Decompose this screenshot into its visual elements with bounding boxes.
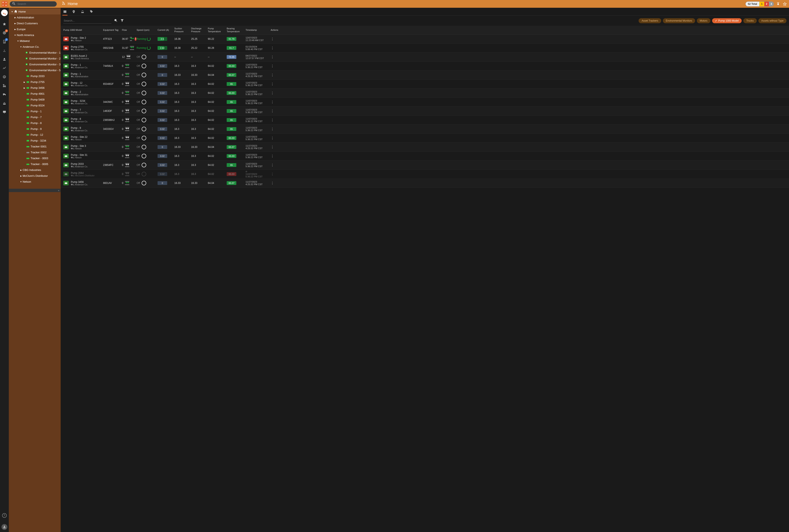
rail-document-icon[interactable]: 2 — [2, 39, 7, 44]
row-actions-menu[interactable]: ⋮ — [271, 154, 274, 158]
tree-node[interactable]: Pump 3456 — [9, 85, 60, 91]
column-header[interactable]: Flow — [122, 29, 137, 32]
tree-node[interactable]: Pump - 3234 — [9, 138, 60, 144]
table-search-input[interactable] — [63, 18, 111, 24]
tree-node[interactable]: Nelson — [9, 179, 60, 185]
table-row[interactable]: Pump 3456�⊏ Anderson Co. 8831AV 0 Off 0 … — [61, 179, 789, 188]
tree-node[interactable]: Pump - 9 — [9, 126, 60, 132]
row-actions-menu[interactable]: ⋮ — [271, 91, 274, 95]
table-row[interactable]: Pump - 12�⊏ Anderson Co. 65348GF 0 Off 0… — [61, 80, 789, 89]
column-header[interactable]: Bearing Temperature — [227, 27, 246, 33]
tree-node[interactable]: Midwest — [9, 38, 60, 44]
tree-node[interactable]: Home — [9, 8, 60, 15]
table-row[interactable]: Pump 2755�⊏ Anderson Co. 09323AB 31.97 R… — [61, 43, 789, 53]
tree-node[interactable]: Tracker 0001 — [9, 144, 60, 149]
table-row[interactable]: Pump - 9�⊏ Anderson Co. 34333GV 0 Off 0.… — [61, 125, 789, 134]
tree-node[interactable]: Europe — [9, 26, 60, 32]
filter-chip[interactable]: Asset Trackers — [639, 18, 661, 23]
rail-chart-icon[interactable] — [2, 65, 7, 71]
filter-chip[interactable]: Trucks — [743, 18, 757, 23]
column-header[interactable]: Timestamp — [246, 29, 271, 32]
tree-node[interactable]: Tracker 0002 — [9, 149, 60, 155]
global-search[interactable] — [10, 1, 57, 7]
row-actions-menu[interactable]: ⋮ — [271, 145, 274, 149]
tree-node[interactable]: Pump - 12 — [9, 132, 60, 138]
row-actions-menu[interactable]: ⋮ — [271, 136, 274, 140]
brand-logo[interactable] — [1, 10, 8, 16]
tree-node[interactable]: Pump 5409 — [9, 97, 60, 102]
column-header[interactable]: Pump 1000 Model — [63, 29, 103, 32]
table-row[interactable]: Pump - Site 3�⊏ Nelson 0 Off 0 16.33 16.… — [61, 142, 789, 152]
row-actions-menu[interactable]: ⋮ — [271, 127, 274, 131]
column-header[interactable]: Suction Pressure — [174, 27, 191, 33]
tree-node[interactable]: Environmental Monitor - 1 — [9, 50, 60, 56]
filter-chip[interactable]: Motors — [697, 18, 710, 23]
table-row[interactable]: Pump - Site 2�⊏ Nelson 4TF323 36.97! Run… — [61, 35, 789, 43]
tree-node[interactable]: Administration — [9, 15, 60, 20]
row-actions-menu[interactable]: ⋮ — [271, 73, 274, 77]
tree-node[interactable]: Pump - 1 — [9, 108, 60, 114]
tree-node[interactable]: Environmental Monitor - 3 — [9, 61, 60, 67]
rail-hierarchy-icon[interactable] — [2, 83, 7, 88]
collapse-sidebar-button[interactable]: « — [9, 189, 60, 192]
rail-router-icon[interactable] — [2, 101, 7, 106]
table-row[interactable]: Pump - 1�⊏ Administration 0 Off 0 16.33 … — [61, 71, 789, 80]
column-header[interactable]: Actions — [271, 29, 279, 32]
tree-node[interactable]: Pump - 8 — [9, 120, 60, 126]
table-row[interactable]: Pump 2064�⊏ McClure's Distributor 0 Off … — [61, 170, 789, 179]
filter-chip[interactable]: Pump 1000 Model — [712, 18, 741, 23]
row-actions-menu[interactable]: ⋮ — [271, 100, 274, 104]
table-row[interactable]: Pump - Site 31�⊏ Nelson 0 Off 0.02 16.3 … — [61, 152, 789, 160]
rail-help-icon[interactable]: ? — [2, 513, 7, 518]
search-icon[interactable] — [114, 19, 118, 23]
row-actions-menu[interactable]: ⋮ — [271, 82, 274, 86]
column-header[interactable]: Speed (rpm) — [137, 29, 157, 32]
filter-icon[interactable] — [120, 19, 124, 23]
row-actions-menu[interactable]: ⋮ — [271, 164, 274, 167]
rail-avatar[interactable] — [1, 524, 7, 530]
table-row[interactable]: Pump - Site 22�⊏ Nelson 0 Off 0.02 16.3 … — [61, 134, 789, 142]
row-actions-menu[interactable]: ⋮ — [271, 46, 274, 50]
row-actions-menu[interactable]: ⋮ — [271, 109, 274, 113]
tab-table-icon[interactable] — [62, 8, 68, 16]
row-actions-menu[interactable]: ⋮ — [271, 118, 274, 122]
tree-node[interactable]: Pump 4901 — [9, 91, 60, 97]
tree-node[interactable]: McClure's Distributor — [9, 173, 60, 179]
tab-map-icon[interactable] — [71, 8, 76, 16]
tree-node[interactable]: Environmental Monitor - 2 — [9, 56, 60, 61]
column-header[interactable]: Current (A) — [157, 29, 174, 32]
table-row[interactable]: Pump - 3234�⊏ Anderson Co. 3443WC 0 Off … — [61, 98, 789, 107]
tree-node[interactable]: Pump 8324 — [9, 102, 60, 108]
status-count-pill[interactable]: 52 Total 1 2 4 — [746, 1, 774, 6]
tree-node[interactable]: Tracker - 0003 — [9, 155, 60, 161]
tree-node[interactable]: Direct Customers — [9, 20, 60, 26]
row-actions-menu[interactable]: ⋮ — [271, 55, 274, 59]
tab-gateway-icon[interactable] — [80, 8, 85, 16]
row-actions-menu[interactable]: ⋮ — [271, 172, 274, 176]
rail-truck-icon[interactable] — [2, 92, 7, 97]
tree-node[interactable]: CBG Industries — [9, 167, 60, 173]
table-row[interactable]: Pump - 7�⊏ Anderson Co. 1463DF 0 Off 0.0… — [61, 107, 789, 116]
table-row[interactable]: Pump - 1�⊏ Anderson Co. 74456LK 0 Off 0.… — [61, 61, 789, 71]
row-actions-menu[interactable]: ⋮ — [271, 64, 274, 68]
tree-node[interactable]: Anderson Co. — [9, 44, 60, 50]
column-header[interactable]: Pump Temperature — [208, 27, 227, 33]
favorite-button[interactable] — [782, 1, 787, 6]
table-row[interactable]: Pump 2033�⊏ Anderson Co. 23654FC 0 Off 0… — [61, 160, 789, 170]
rail-gear-icon[interactable] — [2, 74, 7, 79]
tree-node[interactable]: North America — [9, 32, 60, 38]
rail-monitor-icon[interactable] — [2, 110, 7, 115]
table-row[interactable]: Pump - 8�⊏ Anderson Co. 236598HJ 0 Off 0… — [61, 116, 789, 125]
row-actions-menu[interactable]: ⋮ — [271, 182, 274, 185]
tree-node[interactable]: Pump 2033 — [9, 73, 60, 79]
row-actions-menu[interactable]: ⋮ — [271, 37, 274, 41]
rail-download-icon[interactable] — [2, 48, 7, 53]
tab-tag-icon[interactable] — [89, 8, 94, 16]
table-row[interactable]: B1001 Asset 2�⊏ South America 12 Off 0 -… — [61, 53, 789, 61]
rail-user-icon[interactable] — [2, 57, 7, 62]
rail-star-icon[interactable] — [2, 22, 7, 26]
filter-chip[interactable]: Assets without Type — [758, 18, 787, 23]
column-header[interactable]: Discharge Pressure — [191, 27, 208, 33]
table-row[interactable]: Pump - 2�⊏ Administration 0 Off 0.02 16.… — [61, 89, 789, 98]
tree-node[interactable]: Pump 2755 — [9, 79, 60, 85]
